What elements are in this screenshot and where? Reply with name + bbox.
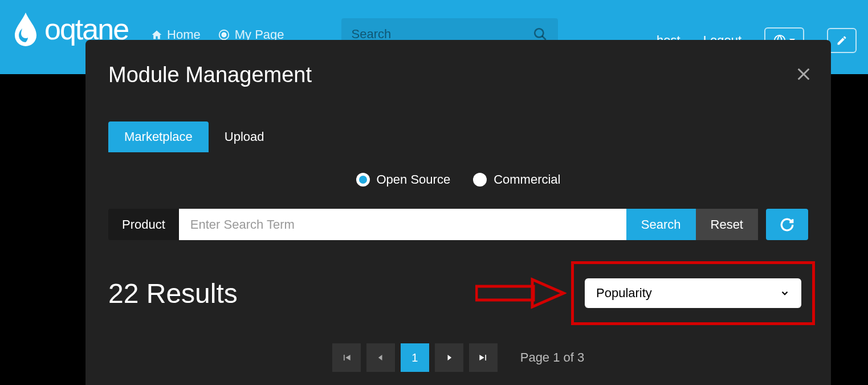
page-info: Page 1 of 3: [520, 350, 585, 365]
refresh-icon: [780, 217, 794, 232]
close-icon: [796, 66, 812, 82]
svg-rect-7: [476, 286, 533, 300]
sort-dropdown[interactable]: Popularity: [585, 278, 801, 308]
radio-open-source[interactable]: Open Source: [356, 172, 451, 187]
svg-point-1: [222, 33, 226, 37]
close-button[interactable]: [793, 64, 814, 87]
chevron-left-icon: [375, 352, 386, 363]
page-next-button[interactable]: [435, 343, 463, 372]
radio-commercial-circle: [473, 173, 487, 187]
edit-button[interactable]: [827, 28, 857, 53]
tab-upload[interactable]: Upload: [209, 121, 280, 152]
search-icon[interactable]: [533, 27, 548, 42]
last-page-icon: [478, 352, 489, 363]
product-search-input[interactable]: [179, 209, 626, 240]
radio-commercial[interactable]: Commercial: [473, 172, 560, 187]
radio-open-source-label: Open Source: [377, 172, 451, 187]
tab-marketplace[interactable]: Marketplace: [108, 121, 209, 152]
radio-commercial-label: Commercial: [494, 172, 560, 187]
page-1-button[interactable]: 1: [401, 343, 429, 372]
modal-header: Module Management: [103, 63, 814, 87]
search-button[interactable]: Search: [626, 209, 696, 240]
home-icon: [151, 29, 162, 40]
reset-button[interactable]: Reset: [696, 209, 758, 240]
chevron-down-icon: [780, 288, 790, 298]
droplet-icon: [11, 11, 40, 47]
target-icon: [218, 29, 230, 41]
refresh-button[interactable]: [766, 209, 808, 240]
first-page-icon: [341, 352, 352, 363]
svg-point-2: [535, 29, 543, 37]
tabs: Marketplace Upload: [108, 121, 814, 152]
annotation-arrow: [475, 276, 567, 310]
page-last-button[interactable]: [469, 343, 498, 372]
nav-search-input[interactable]: [352, 27, 533, 42]
results-count: 22 Results: [108, 278, 238, 309]
product-search-row: Product Search Reset: [108, 209, 808, 240]
svg-marker-8: [532, 279, 564, 307]
page-prev-button[interactable]: [366, 343, 395, 372]
radio-open-source-circle: [356, 173, 370, 187]
source-type-radios: Open Source Commercial: [103, 172, 814, 187]
product-label: Product: [108, 209, 179, 240]
sort-dropdown-value: Popularity: [596, 286, 652, 301]
pagination: 1 Page 1 of 3: [103, 343, 814, 372]
sort-wrap: Popularity: [578, 271, 808, 315]
module-management-modal: Module Management Marketplace Upload Ope…: [85, 40, 831, 385]
modal-title: Module Management: [108, 63, 312, 87]
svg-line-3: [542, 36, 546, 40]
page-first-button[interactable]: [332, 343, 361, 372]
pencil-icon: [836, 35, 847, 46]
results-row: 22 Results Popularity: [108, 271, 808, 315]
chevron-right-icon: [443, 352, 455, 363]
